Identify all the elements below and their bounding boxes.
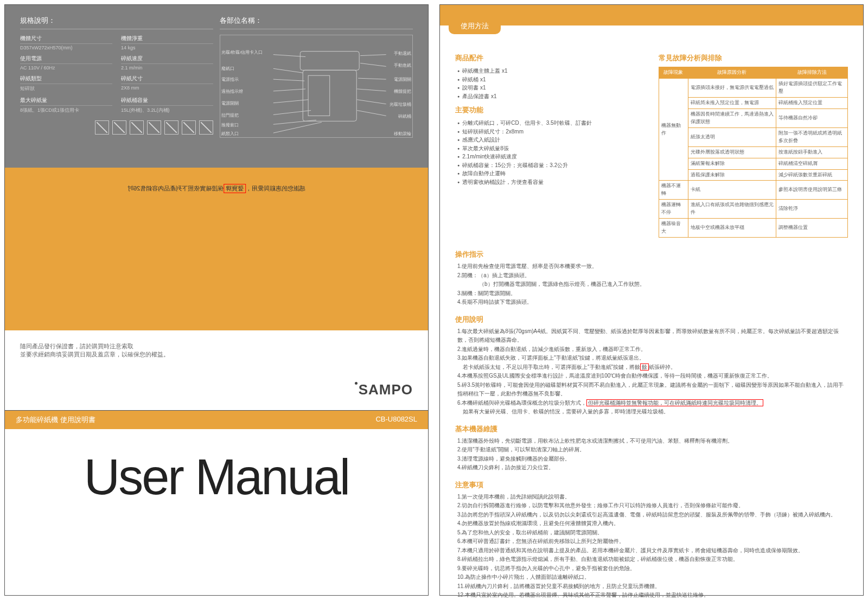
list-item: 碎紙機主體上蓋 x1 bbox=[457, 67, 644, 75]
td: 機器因長時間連續工作，馬達過熱進入保護狀態 bbox=[688, 108, 776, 127]
section-heading: 常見故障分析與排除 bbox=[659, 53, 848, 63]
list-item: 9.要碎光碟時，切忌將手指勿入光碟的中心孔中，避免手指被套住的危險。 bbox=[457, 564, 848, 573]
part-label: 機體提把 bbox=[394, 88, 411, 94]
td: 光碟外層脫落或透明狀態 bbox=[688, 146, 776, 158]
td: 附加一張不透明紙或將透明紙多次折疊 bbox=[776, 127, 848, 146]
use-list: 1.每次最大碎紙量為8張(70gsm)A4紙。因紙質不同、電壓變動、紙張過於鬆厚… bbox=[457, 327, 848, 417]
warn-icon bbox=[199, 120, 213, 135]
list-item: 1.使用前先檢查使用電源電壓、頻率是否與本機要求一致。 bbox=[457, 262, 848, 271]
features-list: 分離式碎紙口，可碎CD、信用卡、3.5吋軟碟、訂書針 短碎狀碎紙尺寸：2x8mm… bbox=[457, 119, 644, 186]
svg-line-16 bbox=[357, 111, 386, 116]
spec-label: 機體尺寸 bbox=[20, 35, 112, 44]
section-heading: 商品配件 bbox=[455, 53, 644, 63]
td: 插好電源插頭提供額定工作電壓 bbox=[776, 79, 848, 98]
td: 滿紙警報未解除 bbox=[688, 158, 776, 169]
accessories-list: 碎紙機主體上蓋 x1 碎紙桶 x1 說明書 x1 產品保證書 x1 bbox=[457, 67, 644, 100]
td: 卡紙 bbox=[688, 181, 776, 200]
list-item: 故障自動停止運轉 bbox=[457, 169, 644, 178]
spec-label: 機體淨重 bbox=[121, 35, 213, 44]
gray-panel: 規格說明： 機體尺寸D357xW272xH570(mm)機體淨重14 kgs 使… bbox=[5, 5, 428, 168]
list-item: 1.清潔機器外殼時，先切斷電源，用軟布沾上軟性肥皂水或清潔劑擦拭，不可使用汽油、… bbox=[457, 437, 848, 446]
td: 碎紙桶推入預定位置 bbox=[776, 97, 848, 108]
spec-value: D357xW272xH570(mm) bbox=[20, 45, 112, 50]
warn-icon bbox=[147, 120, 161, 135]
parts-diagram: 光碟/軟碟/信用卡入口 廢紙口 電源指示 過熱指示燈 電源開關 拉門提把 推撥窗… bbox=[220, 35, 413, 138]
brand-redbox: 聲寶牌 bbox=[224, 184, 246, 193]
list-item: 2.進紙過量時，機器自動退紙，請減少進紙張數，重新放入，機器即正常工作。 bbox=[457, 345, 848, 354]
list-item: 6.本機碎紙桶與碎光碟桶為環保概念的垃圾分類方式，但碎光碟桶滿時並無警報功能，可… bbox=[457, 399, 848, 408]
warn-icon bbox=[182, 120, 196, 135]
spec-value: 14 kgs bbox=[121, 45, 213, 50]
list-item: 11.碎紙機內刀片鋒利，請將機器置於兒童不易接觸到的地方，且防止兒童玩弄機體。 bbox=[457, 582, 848, 591]
spec-label: 碎紙速度 bbox=[121, 55, 213, 64]
th: 故障排除方法 bbox=[776, 67, 848, 79]
part-label: 推撥窗口 bbox=[221, 122, 239, 128]
list-item: 7.本機只適用於碎普通紙和其他在說明書上提及的產品。若用本機碎金屬片、護貝文件及… bbox=[457, 546, 848, 556]
td: 按進紙按鈕手動進入 bbox=[776, 146, 848, 158]
svg-rect-0 bbox=[300, 52, 359, 71]
spec-value: 2X8 mm bbox=[121, 85, 213, 91]
spec-label: 碎紙尺寸 bbox=[121, 75, 213, 84]
td: 參照本說明書使用說明第三條 bbox=[776, 181, 848, 200]
troubleshoot-table: 故障現象故障原因分析故障排除方法 機器無動作電源插頭未接好，無電源供電電壓過低插… bbox=[659, 67, 848, 238]
td: 機器噪音大 bbox=[659, 219, 688, 238]
part-label: 電源開關 bbox=[221, 100, 239, 106]
use-text: 紙張碎掉。 bbox=[649, 364, 676, 370]
list-item: 3.關機：關閉電源開關。 bbox=[457, 289, 848, 298]
sampo-logo: SAMPO bbox=[355, 381, 413, 398]
list-item: 5.碎3.5英吋軟碟時，可能會因使用的磁碟塑料材質不同而不易自動進入，此屬正常現… bbox=[457, 381, 848, 399]
logo-text: SAMPO bbox=[359, 381, 413, 398]
spec-label: 碎紙桶容量 bbox=[121, 97, 213, 106]
warranty-text: 隨同產品發行保證書，請於購買時注意索取 並要求經銷商填妥購買日期及蓋店章，以確保… bbox=[20, 342, 169, 359]
spec-label: 最大碎紙量 bbox=[20, 97, 112, 106]
left-column: 商品配件 碎紙機主體上蓋 x1 碎紙桶 x1 說明書 x1 產品保證書 x1 主… bbox=[455, 48, 644, 238]
red-highlight: 但碎光碟桶滿時並無警報功能，可在碎紙滿紙時連同光碟垃圾同時清理。 bbox=[586, 399, 763, 406]
title-bar: 多功能碎紙機 使用說明書 CB-U8082SL bbox=[5, 411, 428, 429]
page-right: 使用方法 商品配件 碎紙機主體上蓋 x1 碎紙桶 x1 說明書 x1 產品保證書… bbox=[439, 4, 864, 596]
maint-section: 基本機器維護 1.清潔機器外殼時，先切斷電源，用軟布沾上軟性肥皂水或清潔劑擦拭，… bbox=[455, 424, 848, 473]
warn-icon bbox=[95, 120, 109, 135]
svg-rect-2 bbox=[308, 75, 330, 116]
td: 減少碎紙張數並重新碎紙 bbox=[776, 169, 848, 181]
list-item: 如果有大量碎光碟、信用卡、軟碟的情況，需要碎入量的多寡，即時清理光碟垃圾桶。 bbox=[457, 407, 848, 417]
icon-row bbox=[20, 120, 213, 135]
lower-sections: 操作指示 1.使用前先檢查使用電源電壓、頻率是否與本機要求一致。 2.開機：（a… bbox=[440, 247, 863, 600]
part-label: 拉門提把 bbox=[221, 112, 239, 118]
list-item: 12.本機只宜於室內使用。若機器出現冒煙、異味或其他不正常聲響，請停止繼續使用，… bbox=[457, 591, 848, 600]
part-label: 碎紙桶 bbox=[398, 113, 411, 119]
list-item: 說明書 x1 bbox=[457, 84, 644, 92]
list-item: 感應式入紙設計 bbox=[457, 136, 644, 144]
list-item: 3.清理電源線時，避免接觸到機器的金屬部份。 bbox=[457, 455, 848, 464]
td: 碎紙筒未推入預定位置，無電源 bbox=[688, 97, 776, 108]
list-item: 4.碎紙機刀尖鋒利，請勿接近刀尖位置。 bbox=[457, 463, 848, 473]
parts-heading: 各部位名稱： bbox=[220, 16, 413, 29]
model-number: CB-U8082SL bbox=[375, 415, 417, 425]
warranty-row: 隨同產品發行保證書，請於購買時注意索取 並要求經銷商填妥購買日期及蓋店章，以確保… bbox=[5, 330, 428, 411]
list-item: 3.如果機器自動退紙失敗，可選擇面板上"手動退紙"按鍵，將退紙量紙張退出。 bbox=[457, 354, 848, 363]
parts-column: 各部位名稱： 光碟/軟碟/信用卡入口 廢紙口 電源指示 過熱指示燈 bbox=[220, 16, 413, 157]
list-item: 3.請勿將您的手指頭深入碎紙機內，以及切勿以尖刺還或引起高溫遺傷、電傷，碎紙時請… bbox=[457, 510, 848, 520]
top-orange-bar: 使用方法 bbox=[440, 5, 863, 25]
svg-line-8 bbox=[273, 111, 311, 115]
flip-text: 保證確實依照下列產品內容銷售26吋 bbox=[127, 185, 224, 192]
svg-line-12 bbox=[360, 63, 386, 66]
big-title: User Manual bbox=[5, 429, 428, 525]
list-item: 4.長期不用時請拔下電源插頭。 bbox=[457, 298, 848, 307]
list-item: 4.本機系按照GS及UL國際安全標準進行設計，馬達溫度達到100℃時會自動停機保… bbox=[457, 372, 848, 381]
part-label: 光碟垃圾桶 bbox=[390, 101, 411, 107]
list-item: 產品保證書 x1 bbox=[457, 92, 644, 101]
svg-line-9 bbox=[273, 120, 316, 124]
list-item: 分離式碎紙口，可碎CD、信用卡、3.5吋軟碟、訂書針 bbox=[457, 119, 644, 127]
table-row: 機器無動作電源插頭未接好，無電源供電電壓過低插好電源插頭提供額定工作電壓 bbox=[659, 79, 848, 98]
usage-tab: 使用方法 bbox=[449, 18, 501, 34]
use-text: 若卡紙紙張太短，不足以用手取出時，可選擇面板上"手動進紙"按鍵，將餘 bbox=[457, 364, 640, 370]
use-section: 使用說明 1.每次最大碎紙量為8張(70gsm)A4紙。因紙質不同、電壓變動、紙… bbox=[455, 315, 848, 417]
list-item: 5.為了您和他人的安全，取出碎紙桶前，建議關閉電源開關。 bbox=[457, 528, 848, 538]
warn-icon bbox=[112, 120, 126, 135]
th: 故障現象 bbox=[659, 67, 688, 79]
caution-list: 1.第一次使用本機前，請先詳細閱讀此說明書。 2.切勿自行拆開機器進行維修，以防… bbox=[457, 493, 848, 600]
td: 進紙入口有紙張或其他雜物擋到感應元件 bbox=[688, 200, 776, 219]
list-item: 2.切勿自行拆開機器進行維修，以防電擊和其他意外發生；維修工作只可以特許維修人員… bbox=[457, 501, 848, 510]
td: 紙張太透明 bbox=[688, 127, 776, 146]
part-label: 電源開關 bbox=[394, 76, 411, 82]
